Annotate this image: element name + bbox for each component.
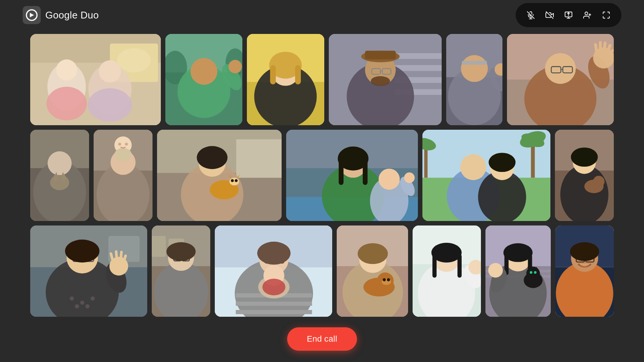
video-grid (30, 34, 614, 317)
video-tile-7[interactable] (30, 130, 89, 221)
logo: Google Duo (23, 6, 99, 24)
svg-point-86 (125, 143, 128, 146)
svg-point-124 (488, 153, 515, 172)
svg-point-52 (461, 55, 488, 82)
svg-point-48 (371, 76, 390, 86)
svg-rect-154 (152, 236, 166, 257)
video-tile-14[interactable] (152, 225, 210, 317)
svg-point-185 (383, 278, 386, 281)
svg-point-97 (235, 179, 238, 182)
svg-point-19 (46, 87, 87, 120)
svg-point-213 (488, 263, 503, 278)
svg-line-150 (121, 252, 121, 259)
svg-rect-193 (433, 254, 437, 278)
svg-point-20 (88, 88, 132, 122)
grid-row-1 (30, 34, 614, 125)
svg-rect-53 (462, 61, 487, 64)
toolbar (516, 3, 621, 27)
svg-rect-168 (236, 310, 312, 314)
svg-point-186 (387, 278, 390, 281)
svg-rect-194 (458, 254, 462, 278)
end-call-container: End call (287, 327, 357, 351)
video-tile-5[interactable] (446, 34, 502, 125)
header: Google Duo (0, 0, 644, 30)
video-tile-19[interactable] (555, 225, 614, 317)
svg-point-131 (593, 176, 605, 187)
svg-point-85 (118, 143, 121, 146)
video-tile-10[interactable] (286, 130, 418, 221)
video-off-button[interactable] (541, 7, 558, 23)
svg-rect-37 (395, 53, 442, 59)
svg-point-143 (91, 296, 95, 301)
svg-point-176 (263, 279, 286, 295)
fullscreen-button[interactable] (598, 7, 615, 23)
video-tile-8[interactable] (94, 130, 153, 221)
video-tile-16[interactable] (337, 225, 408, 317)
svg-point-222 (570, 242, 599, 261)
svg-line-151 (124, 256, 125, 261)
add-people-icon (583, 11, 592, 19)
svg-point-211 (534, 271, 537, 274)
svg-rect-44 (365, 51, 396, 60)
video-tile-2[interactable] (165, 34, 242, 125)
video-tile-13[interactable] (30, 225, 147, 317)
svg-point-161 (166, 242, 196, 261)
svg-rect-34 (270, 65, 276, 84)
mic-off-icon (527, 11, 535, 19)
svg-line-148 (111, 254, 112, 260)
video-tile-4[interactable] (329, 34, 442, 125)
svg-point-8 (585, 12, 588, 15)
fullscreen-icon (602, 11, 610, 19)
svg-point-95 (230, 178, 239, 185)
svg-point-141 (70, 296, 74, 301)
mute-button[interactable] (522, 7, 539, 23)
svg-point-92 (197, 146, 228, 169)
duo-logo-icon (23, 6, 41, 24)
video-tile-11[interactable] (422, 130, 550, 221)
svg-point-173 (257, 242, 291, 265)
svg-rect-107 (363, 161, 368, 185)
video-tile-12[interactable] (555, 130, 614, 221)
svg-line-67 (604, 43, 605, 50)
svg-point-26 (191, 58, 217, 85)
svg-line-65 (595, 44, 596, 51)
svg-point-210 (530, 271, 533, 274)
grid-row-2 (30, 130, 614, 221)
svg-rect-89 (236, 139, 282, 178)
svg-point-109 (379, 169, 400, 190)
screen-share-button[interactable] (560, 7, 577, 23)
svg-point-140 (65, 239, 99, 262)
video-tile-17[interactable] (413, 225, 481, 317)
svg-point-129 (571, 147, 598, 167)
svg-point-84 (114, 148, 132, 161)
svg-rect-106 (339, 161, 344, 185)
svg-point-181 (357, 243, 388, 264)
end-call-button[interactable]: End call (287, 327, 357, 351)
grid-row-3 (30, 225, 614, 317)
app-title: Google Duo (45, 9, 99, 21)
svg-point-16 (56, 60, 77, 81)
svg-point-144 (75, 304, 79, 308)
svg-point-121 (460, 154, 486, 180)
svg-point-28 (228, 60, 242, 74)
svg-line-149 (116, 252, 117, 258)
svg-rect-35 (295, 65, 301, 84)
svg-rect-167 (236, 302, 312, 306)
svg-point-145 (85, 304, 89, 308)
screen-share-icon (564, 11, 573, 19)
video-off-icon (545, 11, 554, 19)
svg-line-68 (608, 46, 610, 51)
svg-point-74 (50, 175, 69, 190)
video-tile-3[interactable] (247, 34, 324, 125)
svg-point-96 (231, 179, 234, 182)
svg-point-142 (80, 301, 84, 305)
video-tile-18[interactable] (485, 225, 550, 317)
svg-point-18 (99, 60, 121, 83)
add-people-button[interactable] (579, 7, 596, 23)
svg-point-111 (404, 172, 415, 183)
video-tile-6[interactable] (507, 34, 614, 125)
video-tile-15[interactable] (215, 225, 332, 317)
svg-point-73 (48, 151, 72, 175)
video-tile-1[interactable] (30, 34, 161, 125)
video-tile-9[interactable] (157, 130, 282, 221)
